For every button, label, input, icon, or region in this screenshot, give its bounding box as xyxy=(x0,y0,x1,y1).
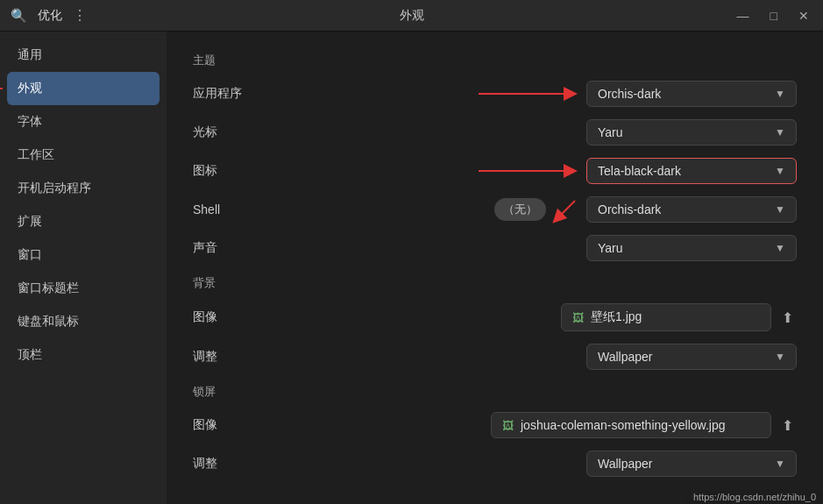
chevron-down-icon: ▼ xyxy=(775,351,785,363)
chevron-down-icon: ▼ xyxy=(775,88,785,100)
sidebar-item-fonts[interactable]: 字体 xyxy=(0,105,167,138)
row-bg-image: 图像 🖼 壁纸1.jpg ⬆ xyxy=(193,303,797,331)
dropdown-shell[interactable]: Orchis-dark ▼ xyxy=(586,196,797,223)
background-section-title: 背景 xyxy=(193,275,797,291)
row-application: 应用程序 Orchis-dark ▼ xyxy=(193,81,797,107)
main-layout: 通用 外观 字体 工作区 开机启动程序 扩展 窗口 窗口标题栏 键盘和鼠标 顶栏… xyxy=(0,32,823,504)
label-cursor: 光标 xyxy=(193,124,263,140)
label-lock-image: 图像 xyxy=(193,417,263,433)
image-icon: 🖼 xyxy=(502,419,514,432)
dropdown-application[interactable]: Orchis-dark ▼ xyxy=(586,81,797,107)
row-lock-image: 图像 🖼 joshua-coleman-something-yellow.jpg… xyxy=(193,412,797,438)
minimize-button[interactable]: — xyxy=(734,7,753,25)
control-bg-adjust: Wallpaper ▼ xyxy=(263,344,797,370)
label-lock-adjust: 调整 xyxy=(193,456,263,472)
chevron-down-icon: ▼ xyxy=(775,458,785,470)
dropdown-icons[interactable]: Tela-black-dark ▼ xyxy=(586,158,797,184)
label-shell: Shell xyxy=(193,202,263,217)
sidebar-item-keyboard[interactable]: 键盘和鼠标 xyxy=(0,305,167,338)
image-icon: 🖼 xyxy=(572,311,584,324)
control-lock-image: 🖼 joshua-coleman-something-yellow.jpg ⬆ xyxy=(263,412,797,438)
content-wrapper: 主题 应用程序 Orchis-dark ▼ 光标 xyxy=(167,32,823,504)
sidebar-item-appearance[interactable]: 外观 xyxy=(7,72,160,105)
search-icon[interactable]: 🔍 xyxy=(11,8,27,24)
titlebar-controls: — □ ✕ xyxy=(637,7,812,25)
content-area: 主题 应用程序 Orchis-dark ▼ 光标 xyxy=(167,32,823,504)
row-lock-adjust: 调整 Wallpaper ▼ xyxy=(193,451,797,477)
sidebar-item-extensions[interactable]: 扩展 xyxy=(0,205,167,238)
maximize-button[interactable]: □ xyxy=(767,7,781,25)
upload-button-bg[interactable]: ⬆ xyxy=(778,309,797,326)
upload-button-lock[interactable]: ⬆ xyxy=(778,417,797,434)
chevron-down-icon: ▼ xyxy=(775,203,785,216)
label-application: 应用程序 xyxy=(193,86,263,102)
label-bg-adjust: 调整 xyxy=(193,349,263,365)
dropdown-lock-adjust[interactable]: Wallpaper ▼ xyxy=(586,451,797,477)
control-bg-image: 🖼 壁纸1.jpg ⬆ xyxy=(263,303,797,331)
menu-icon[interactable]: ⋮ xyxy=(73,7,87,24)
control-sound: Yaru ▼ xyxy=(263,235,797,261)
row-icons: 图标 Tela-black-dark ▼ xyxy=(193,158,797,184)
badge-none: （无） xyxy=(494,198,546,221)
filename-lock: joshua-coleman-something-yellow.jpg xyxy=(521,418,725,432)
close-button[interactable]: ✕ xyxy=(795,7,812,25)
svg-line-3 xyxy=(557,201,575,218)
titlebar-title: 外观 xyxy=(186,8,637,24)
file-field-lock[interactable]: 🖼 joshua-coleman-something-yellow.jpg xyxy=(491,412,771,438)
row-sound: 声音 Yaru ▼ xyxy=(193,235,797,261)
app-name: 优化 xyxy=(38,8,62,24)
filename-bg: 壁纸1.jpg xyxy=(591,309,642,325)
sidebar-item-workspace[interactable]: 工作区 xyxy=(0,138,167,172)
control-icons: Tela-black-dark ▼ xyxy=(263,158,797,184)
control-cursor: Yaru ▼ xyxy=(263,119,797,146)
sidebar-item-startup[interactable]: 开机启动程序 xyxy=(0,172,167,205)
sidebar-item-topbar[interactable]: 顶栏 xyxy=(0,338,167,372)
label-sound: 声音 xyxy=(193,240,263,256)
row-bg-adjust: 调整 Wallpaper ▼ xyxy=(193,344,797,370)
label-icons: 图标 xyxy=(193,163,263,179)
control-shell: （无） Orchis-dark ▼ xyxy=(263,196,797,223)
titlebar-left: 🔍 优化 ⋮ xyxy=(11,7,186,24)
lockscreen-section-title: 锁屏 xyxy=(193,384,797,400)
chevron-down-icon: ▼ xyxy=(775,165,785,177)
sidebar-item-titlebar[interactable]: 窗口标题栏 xyxy=(0,272,167,305)
control-application: Orchis-dark ▼ xyxy=(263,81,797,107)
chevron-down-icon: ▼ xyxy=(775,242,785,254)
row-cursor: 光标 Yaru ▼ xyxy=(193,119,797,146)
row-shell: Shell （无） Orchis-dark ▼ xyxy=(193,196,797,223)
dropdown-bg-adjust[interactable]: Wallpaper ▼ xyxy=(586,344,797,370)
titlebar: 🔍 优化 ⋮ 外观 — □ ✕ xyxy=(0,0,823,32)
themes-section-title: 主题 xyxy=(193,53,797,68)
dropdown-cursor[interactable]: Yaru ▼ xyxy=(586,119,797,146)
sidebar: 通用 外观 字体 工作区 开机启动程序 扩展 窗口 窗口标题栏 键盘和鼠标 顶栏 xyxy=(0,32,167,504)
control-lock-adjust: Wallpaper ▼ xyxy=(263,451,797,477)
url-bar: https://blog.csdn.net/zhihu_0 xyxy=(686,490,823,504)
label-bg-image: 图像 xyxy=(193,309,263,325)
dropdown-sound[interactable]: Yaru ▼ xyxy=(586,235,797,261)
sidebar-item-general[interactable]: 通用 xyxy=(0,39,167,72)
file-field-bg[interactable]: 🖼 壁纸1.jpg xyxy=(561,303,771,331)
sidebar-item-windows[interactable]: 窗口 xyxy=(0,238,167,272)
chevron-down-icon: ▼ xyxy=(775,126,785,138)
